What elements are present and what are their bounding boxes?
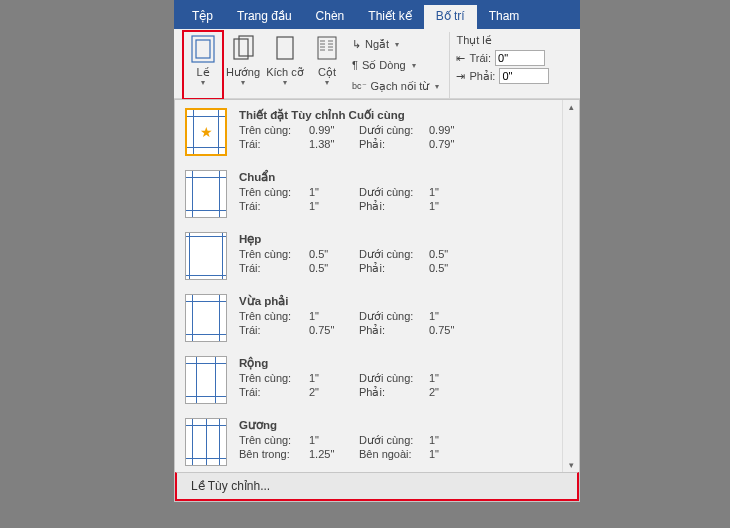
bottom-label: Dưới cùng: (359, 248, 429, 261)
hyphenation-button[interactable]: bc⁻Gạch nối từ▾ (352, 76, 439, 96)
bottom-label: Dưới cùng: (359, 434, 429, 447)
page-setup-group: Lề ▾ Hướng ▾ Kích cỡ ▾ Cột ▾ ↳Ngắt▾ ¶Số … (178, 32, 450, 98)
left-value: 1.25" (309, 448, 359, 460)
bottom-label: Dưới cùng: (359, 186, 429, 199)
top-value: 1" (309, 310, 359, 323)
bottom-label: Dưới cùng: (359, 310, 429, 323)
breaks-label: Ngắt (365, 38, 389, 51)
size-icon (273, 34, 297, 64)
preset-title: Hẹp (239, 232, 552, 246)
top-value: 1" (309, 186, 359, 199)
right-label: Phải: (359, 262, 429, 275)
indent-right-input[interactable] (499, 68, 549, 84)
indent-right-label: Phải: (469, 70, 495, 83)
bottom-value: 0.99" (429, 124, 474, 137)
dropdown-scrollbar[interactable]: ▴ ▾ (562, 100, 579, 472)
top-label: Trên cùng: (239, 124, 309, 137)
columns-button[interactable]: Cột ▾ (306, 32, 348, 98)
tab-insert[interactable]: Chèn (304, 5, 357, 29)
orientation-icon (229, 34, 257, 64)
left-label: Trái: (239, 200, 309, 213)
top-label: Trên cùng: (239, 310, 309, 323)
left-value: 0.75" (309, 324, 359, 337)
right-value: 0.5" (429, 262, 474, 275)
chevron-down-icon: ▾ (395, 40, 399, 49)
indent-left-input[interactable] (495, 50, 545, 66)
margin-thumb-icon (185, 294, 227, 342)
size-button[interactable]: Kích cỡ ▾ (264, 32, 306, 98)
margin-preset-narrow[interactable]: Hẹp Trên cùng:0.5" Dưới cùng:0.5" Trái:0… (175, 224, 562, 286)
right-value: 1" (429, 200, 474, 213)
left-label: Trái: (239, 138, 309, 151)
left-label: Trái: (239, 324, 309, 337)
margin-preset-moderate[interactable]: Vừa phải Trên cùng:1" Dưới cùng:1" Trái:… (175, 286, 562, 348)
top-value: 1" (309, 434, 359, 447)
chevron-down-icon: ▾ (241, 78, 245, 87)
hyphenation-label: Gạch nối từ (371, 80, 430, 93)
indent-header: Thụt lề (456, 34, 549, 47)
ribbon-tabs: Tệp Trang đầu Chèn Thiết kế Bố trí Tham (174, 5, 580, 29)
top-value: 0.99" (309, 124, 359, 137)
margins-dropdown: ★ Thiết đặt Tùy chỉnh Cuối cùng Trên cùn… (174, 99, 580, 502)
bottom-value: 0.5" (429, 248, 474, 261)
svg-rect-5 (318, 37, 336, 59)
columns-label: Cột (318, 66, 336, 78)
margin-thumb-icon (185, 170, 227, 218)
margins-icon (189, 34, 217, 64)
tab-references[interactable]: Tham (477, 5, 532, 29)
left-label: Bên trong: (239, 448, 309, 460)
breaks-icon: ↳ (352, 38, 361, 51)
tab-file[interactable]: Tệp (174, 5, 225, 29)
margin-preset-normal[interactable]: Chuẩn Trên cùng:1" Dưới cùng:1" Trái:1" … (175, 162, 562, 224)
top-label: Trên cùng: (239, 372, 309, 385)
top-label: Trên cùng: (239, 248, 309, 261)
bottom-label: Dưới cùng: (359, 372, 429, 385)
bottom-value: 1" (429, 186, 474, 199)
right-value: 2" (429, 386, 474, 399)
margins-label: Lề (196, 66, 209, 78)
margin-thumb-icon: ★ (185, 108, 227, 156)
left-label: Trái: (239, 386, 309, 399)
margin-preset-mirrored[interactable]: Gương Trên cùng:1" Dưới cùng:1" Bên tron… (175, 410, 562, 472)
preset-title: Chuẩn (239, 170, 552, 184)
breaks-button[interactable]: ↳Ngắt▾ (352, 34, 439, 54)
size-label: Kích cỡ (266, 66, 304, 78)
star-icon: ★ (200, 124, 213, 140)
preset-title: Vừa phải (239, 294, 552, 308)
margin-preset-last-custom[interactable]: ★ Thiết đặt Tùy chỉnh Cuối cùng Trên cùn… (175, 100, 562, 162)
tab-layout[interactable]: Bố trí (424, 5, 477, 29)
svg-rect-1 (196, 40, 210, 58)
bottom-value: 1" (429, 434, 474, 447)
tab-home[interactable]: Trang đầu (225, 5, 304, 29)
margin-thumb-icon (185, 232, 227, 280)
top-label: Trên cùng: (239, 434, 309, 447)
left-value: 2" (309, 386, 359, 399)
right-label: Phải: (359, 138, 429, 151)
tab-design[interactable]: Thiết kế (356, 5, 423, 29)
top-value: 1" (309, 372, 359, 385)
line-numbers-button[interactable]: ¶Số Dòng▾ (352, 55, 439, 75)
indent-left-icon: ⇤ (456, 52, 465, 65)
margin-preset-wide[interactable]: Rộng Trên cùng:1" Dưới cùng:1" Trái:2" P… (175, 348, 562, 410)
right-value: 0.75" (429, 324, 474, 337)
margin-thumb-icon (185, 418, 227, 466)
preset-title: Rộng (239, 356, 552, 370)
chevron-down-icon: ▾ (435, 82, 439, 91)
margin-presets-list: ★ Thiết đặt Tùy chỉnh Cuối cùng Trên cùn… (175, 100, 562, 472)
orientation-button[interactable]: Hướng ▾ (222, 32, 264, 98)
bottom-value: 1" (429, 310, 474, 323)
preset-title: Thiết đặt Tùy chỉnh Cuối cùng (239, 108, 552, 122)
svg-rect-4 (277, 37, 293, 59)
orientation-label: Hướng (226, 66, 260, 78)
columns-icon (315, 34, 339, 64)
left-value: 1.38" (309, 138, 359, 151)
indent-right-icon: ⇥ (456, 70, 465, 83)
indent-left-label: Trái: (469, 52, 491, 64)
margins-button[interactable]: Lề ▾ (182, 30, 224, 100)
word-window: Tệp Trang đầu Chèn Thiết kế Bố trí Tham … (174, 0, 580, 99)
ribbon: Lề ▾ Hướng ▾ Kích cỡ ▾ Cột ▾ ↳Ngắt▾ ¶Số … (174, 29, 580, 99)
custom-margins-button[interactable]: Lề Tùy chỉnh... (175, 472, 579, 501)
top-label: Trên cùng: (239, 186, 309, 199)
hyphenation-icon: bc⁻ (352, 81, 367, 91)
right-value: 0.79" (429, 138, 474, 151)
